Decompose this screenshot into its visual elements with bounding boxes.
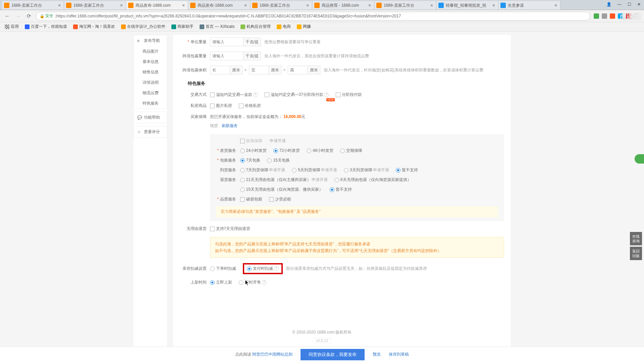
- sidebar-help-title[interactable]: 💬功能帮助: [134, 112, 167, 123]
- float-consult[interactable]: 在线咨询: [630, 232, 642, 245]
- input-unit-weight[interactable]: [210, 38, 244, 46]
- close-icon[interactable]: ×: [57, 3, 62, 8]
- user-icon[interactable]: 👤: [605, 1, 613, 7]
- radio-shelf-timed[interactable]: 定时开售?: [239, 280, 267, 285]
- input-cross-weight[interactable]: [210, 52, 244, 60]
- close-icon[interactable]: ×: [491, 3, 496, 8]
- sidebar-item[interactable]: 详情说明: [134, 77, 167, 88]
- radio-ret-none[interactable]: 暂不支持: [330, 187, 352, 192]
- close-icon[interactable]: ×: [553, 3, 558, 8]
- draft-link[interactable]: 保存到草稿: [389, 352, 409, 357]
- radio-ship-72[interactable]: 72小时发货: [273, 148, 300, 154]
- tab-8[interactable]: 生意参谋×: [498, 1, 560, 10]
- opt-trade-3[interactable]: 分阶段付款NEW: [336, 92, 362, 98]
- bookmark-item[interactable]: 网赚: [297, 24, 311, 29]
- unit-suffix: 千克/提: [244, 38, 261, 46]
- ext-icon[interactable]: [602, 13, 607, 19]
- tab-6[interactable]: 1688-卖家工作台×: [374, 1, 436, 10]
- input-height[interactable]: [288, 66, 308, 74]
- help-icon[interactable]: ?: [324, 93, 329, 97]
- chk-quality-2[interactable]: 少货必赔: [269, 196, 291, 202]
- chk-quality-1[interactable]: 破损包赔: [240, 196, 262, 202]
- submit-button[interactable]: 同意协议条款，我要发布: [301, 349, 365, 360]
- bookmark-item[interactable]: 商家助手: [171, 24, 194, 29]
- radio-ret-21[interactable]: 21天无理由包退（仅向主播邦买家）申请开通: [240, 177, 328, 183]
- back-icon[interactable]: ←: [3, 12, 11, 20]
- radio-ship-48[interactable]: 48小时发货: [307, 148, 333, 154]
- maximize-icon[interactable]: ☐: [626, 1, 633, 7]
- label-private: 私密商品: [180, 103, 207, 109]
- sidebar-item[interactable]: 特色服务: [134, 98, 167, 109]
- bookmark-item[interactable]: 淘宝网 - 淘！我喜欢: [73, 24, 115, 29]
- help-icon[interactable]: ?: [262, 280, 267, 285]
- close-icon[interactable]: ×: [305, 3, 310, 8]
- tab-4[interactable]: 1688-卖家工作台×: [250, 1, 312, 10]
- tab-1[interactable]: 1688-卖家工作台×: [64, 1, 126, 10]
- tab-2[interactable]: 商品发布-1688.com×: [126, 1, 188, 10]
- close-icon[interactable]: ×: [429, 3, 434, 8]
- tab-5[interactable]: 商品推荐 - 1688.com×: [312, 1, 374, 10]
- opt-private-1[interactable]: 图片私密: [210, 103, 232, 109]
- close-icon[interactable]: ×: [119, 3, 124, 8]
- label-unit-weight: 单位重量: [180, 39, 207, 45]
- sidebar-item[interactable]: 基本信息: [134, 57, 167, 67]
- sidebar-item[interactable]: 商品图片: [134, 46, 167, 57]
- label-arrive: 到货服务: [216, 167, 236, 173]
- forward-icon[interactable]: →: [14, 12, 22, 20]
- radio-arr-7[interactable]: 7天到货保障申请开通: [240, 167, 285, 173]
- bookmark-item[interactable]: 电商: [277, 24, 291, 29]
- opt-trade-2[interactable]: 溢短约定交易—37分阶段付款?: [265, 92, 329, 98]
- float-badge-icon[interactable]: [635, 154, 644, 164]
- radio-arr-none[interactable]: 暂不支持: [396, 167, 418, 173]
- apply-link[interactable]: 申请开通: [270, 138, 286, 144]
- preview-link[interactable]: 预览: [373, 352, 381, 357]
- url-input[interactable]: 🔒 安全 | https://offer.1688.com/offer/post…: [36, 12, 590, 20]
- hint-text: 使用运费模板需要填写单位重量: [264, 39, 321, 45]
- radio-ship-delivery[interactable]: 交期保障: [340, 148, 362, 154]
- win-close-icon[interactable]: ✕: [636, 1, 642, 7]
- radio-stock-pay[interactable]: 支付时扣减?: [247, 266, 279, 272]
- radio-stock-order[interactable]: 下单时扣减: [210, 266, 236, 272]
- help-icon[interactable]: ?: [274, 266, 279, 271]
- apps-icon[interactable]: 应用: [5, 24, 19, 29]
- tab-7[interactable]: 轻奢褶_轻奢褶批发_轻×: [436, 1, 498, 10]
- tab-3[interactable]: 商品发布-1688.com×: [188, 1, 250, 10]
- close-icon[interactable]: ×: [181, 3, 186, 8]
- ext-icon[interactable]: [594, 13, 599, 19]
- radio-shelf-now[interactable]: 立即上架: [210, 280, 232, 285]
- radio-ret-15[interactable]: 15天无理由包退（仅向淘货源、微供买家）: [240, 187, 323, 192]
- radio-exch-15[interactable]: 15天包换: [267, 158, 289, 163]
- radio-arr-3[interactable]: 3天到货保障申请开通: [344, 167, 389, 173]
- radio-arr-5[interactable]: 5天到货保障申请开通: [292, 167, 337, 173]
- reload-icon[interactable]: ⟳: [25, 12, 33, 20]
- radio-exch-7[interactable]: 7天包换: [240, 158, 261, 163]
- ext-icon[interactable]: [610, 13, 615, 19]
- tab-0[interactable]: 1688-卖家工作台×: [2, 1, 64, 10]
- bookmark-item[interactable]: 百度一下，你就知道: [25, 24, 67, 29]
- window-controls: 👤 — ☐ ✕: [605, 1, 642, 7]
- minimize-icon[interactable]: —: [616, 1, 623, 7]
- close-icon[interactable]: ×: [243, 3, 248, 8]
- sidebar-item[interactable]: 物流运费: [134, 88, 167, 98]
- hint-text: 部分场景库存扣减方式与产品设置无关，如：伙拼及疯狂店促固定为付款减库存: [286, 266, 427, 272]
- close-icon[interactable]: ×: [367, 3, 372, 8]
- bookmark-item[interactable]: 在线学设计_办公软件: [121, 24, 166, 29]
- opt-private-2[interactable]: 价格私密: [239, 103, 261, 109]
- list-icon: ≡: [137, 39, 142, 43]
- radio-ret-8[interactable]: 8天无理由包退（仅向淘货源买家提供）: [334, 177, 411, 183]
- sidebar-item[interactable]: 销售信息: [134, 67, 167, 77]
- input-length[interactable]: [210, 66, 230, 74]
- opt-deadline[interactable]: 效期保障: [240, 138, 262, 144]
- help-icon[interactable]: ?: [253, 93, 258, 97]
- opt-trade-1[interactable]: 溢短约定交易—金款?: [210, 92, 258, 98]
- sidebar-rating-title[interactable]: ☆质量评分: [134, 126, 167, 137]
- radio-ship-24[interactable]: 24小时发货: [240, 148, 267, 154]
- chk-noreason[interactable]: 支持7天无理由退货: [210, 226, 251, 232]
- terms-link[interactable]: 阿里巴巴中国网站总则: [252, 352, 292, 357]
- float-oldversion[interactable]: 返回旧版: [630, 247, 642, 260]
- bookmark-item[interactable]: 首页 — XiXicats: [200, 24, 234, 29]
- label-stock: 库存扣减设置: [180, 266, 207, 272]
- refresh-link[interactable]: 刷新服务: [222, 123, 238, 128]
- bookmark-item[interactable]: 机构后台管理: [240, 24, 271, 29]
- input-width[interactable]: [249, 66, 269, 74]
